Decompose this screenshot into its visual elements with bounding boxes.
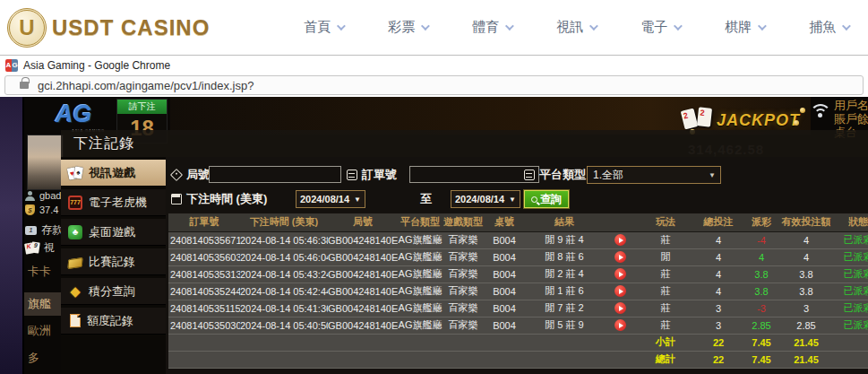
bg-menu-item[interactable]: 歐洲 xyxy=(24,323,62,339)
cell-order: 240814053531399 xyxy=(168,265,240,283)
summary-bet: 22 xyxy=(695,334,742,351)
nav-item-home[interactable]: 首頁 xyxy=(304,19,343,36)
logo-text: USDT CASINO xyxy=(52,15,210,40)
cell-round: GB004248140EQ xyxy=(328,283,398,300)
chevron-down-icon xyxy=(589,22,598,30)
cell-valid: 4 xyxy=(781,248,831,265)
platform-select[interactable]: 1.全部 xyxy=(587,166,721,184)
chevron-down-icon xyxy=(758,22,767,30)
cell-order: 240814053511523 xyxy=(168,300,240,317)
nav-item-sports[interactable]: 體育 xyxy=(472,19,511,36)
bet-table: 訂單號 下注時間 (美東) 局號 平台類型 遊戲類型 桌號 結果 玩法 總 xyxy=(168,213,868,369)
nav-item-live[interactable]: 視訊 xyxy=(556,19,596,36)
round-input[interactable] xyxy=(209,166,341,183)
sidebar-item-points-query[interactable]: ◆ 積分查詢 xyxy=(61,278,166,305)
sidebar-item-table-games[interactable]: ♣ 桌面遊戲 xyxy=(61,219,166,246)
cell-play xyxy=(604,265,636,283)
tag-icon xyxy=(170,169,183,181)
cell-game: 百家樂 xyxy=(443,317,484,334)
play-video-button[interactable] xyxy=(614,319,626,331)
dropdown-arrow-icon: ▼ xyxy=(354,196,361,204)
video-row[interactable]: 視 xyxy=(25,240,55,256)
cell-order: 240814053524468 xyxy=(168,283,240,300)
order-input[interactable] xyxy=(409,166,539,183)
cell-result: 閒 9 莊 4 xyxy=(525,231,604,248)
play-video-button[interactable] xyxy=(614,268,626,280)
sidebar-item-slot-machines[interactable]: 777 電子老虎機 xyxy=(61,189,166,216)
header-payout: 派彩 xyxy=(742,213,781,231)
site-logo[interactable]: U USDT CASINO xyxy=(7,8,210,48)
header-table-no: 桌號 xyxy=(484,213,525,231)
modal-title: 下注記錄 xyxy=(61,130,868,157)
sidebar-item-match-records[interactable]: 比賽記錄 xyxy=(61,248,166,275)
cell-payout: 3.8 xyxy=(742,283,781,300)
table-row: 240814053531399 2024-08-14 05:43:24 GB00… xyxy=(168,265,868,283)
cell-payout: 4 xyxy=(742,248,781,265)
sidebar-item-live-games[interactable]: 視訊遊戲 xyxy=(61,160,166,187)
nav-item-lottery[interactable]: 彩票 xyxy=(388,19,427,36)
cell-time: 2024-08-14 05:46:04 xyxy=(240,248,328,265)
cell-game: 百家樂 xyxy=(443,231,484,248)
summary-row: 總計 22 7.45 21.45 xyxy=(168,351,868,368)
date-to-button[interactable]: 2024/08/14▼ xyxy=(451,190,520,208)
summary-label: 小計 xyxy=(636,334,695,351)
url-text: gci.2hhapi.com/agingame/pcv1/index.jsp? xyxy=(38,79,254,92)
modal-content: 局號 訂單號 平台類型 1.全部 xyxy=(166,157,868,374)
summary-valid: 21.45 xyxy=(781,334,831,351)
clipboard-icon xyxy=(347,170,357,180)
slot-machine-icon: 777 xyxy=(68,196,82,210)
nav-item-cards[interactable]: 棋牌 xyxy=(725,19,764,36)
ag-logo: AG ASIA GAMING xyxy=(56,100,118,133)
play-video-button[interactable] xyxy=(614,285,626,297)
cell-time: 2024-08-14 05:40:50 xyxy=(240,317,328,334)
cell-bet: 4 xyxy=(695,248,742,265)
nav-item-fishing[interactable]: 捕魚 xyxy=(809,19,848,36)
summary-payout: 7.45 xyxy=(742,334,781,351)
ag-favicon-icon: AG xyxy=(5,59,18,72)
cell-result: 閒 1 莊 6 xyxy=(525,283,604,300)
table-games-icon: ♣ xyxy=(68,225,82,239)
cell-result: 閒 7 莊 2 xyxy=(525,300,604,317)
cell-play xyxy=(604,300,636,317)
coin-icon xyxy=(800,108,805,113)
deposit-row[interactable]: 1 存款 xyxy=(25,222,63,238)
chevron-down-icon xyxy=(842,22,851,30)
modal-sidebar: 視訊遊戲 777 電子老虎機 ♣ 桌面遊戲 比賽記錄 xyxy=(61,157,166,374)
cell-payout: 2.85 xyxy=(742,317,781,334)
cell-bet: 4 xyxy=(695,265,742,283)
screen: U USDT CASINO 首頁 彩票 體育 視訊 電子 棋牌 捕魚 AG As… xyxy=(0,0,868,374)
deposit-label: 存款 xyxy=(41,222,63,238)
header-status: 狀態 xyxy=(831,213,868,231)
bg-menu-item[interactable]: 卡卡 xyxy=(24,264,62,280)
cell-time: 2024-08-14 05:43:24 xyxy=(240,265,328,283)
summary-bet: 22 xyxy=(695,351,742,368)
cell-order: 240814053503038 xyxy=(168,317,240,334)
cell-round: GB004248140EW xyxy=(328,231,398,248)
search-button[interactable]: 查詢 xyxy=(524,190,569,208)
play-video-button[interactable] xyxy=(614,302,626,314)
sidebar-item-quota-records[interactable]: 額度記錄 xyxy=(61,308,166,335)
header-time: 下注時間 (美東) xyxy=(240,213,328,231)
bg-menu-item[interactable]: 多 xyxy=(24,350,62,366)
table-row: 240814053524468 2024-08-14 05:42:44 GB00… xyxy=(168,283,868,300)
table-row: 240814053503038 2024-08-14 05:40:50 GB00… xyxy=(168,317,868,334)
cell-bet: 4 xyxy=(695,283,742,300)
table-row: 240814053511523 2024-08-14 05:41:36 GB00… xyxy=(168,300,868,317)
platform-filter-label: 平台類型 xyxy=(524,167,586,183)
cell-time: 2024-08-14 05:42:44 xyxy=(240,283,328,300)
cash-icon: 1 xyxy=(25,226,37,235)
user-row: gbad xyxy=(25,190,61,201)
address-box[interactable]: gci.2hhapi.com/agingame/pcv1/index.jsp? xyxy=(4,75,864,95)
nav-item-slots[interactable]: 電子 xyxy=(640,19,680,36)
cell-play xyxy=(604,248,636,265)
cell-platform: AG旗艦廳 xyxy=(398,300,443,317)
chevron-down-icon xyxy=(505,22,514,30)
balance-row: $ 37.4 xyxy=(25,204,58,215)
play-video-button[interactable] xyxy=(614,251,626,263)
bg-menu-item-active[interactable]: 旗艦 xyxy=(24,292,61,316)
user-icon xyxy=(25,191,35,201)
play-video-button[interactable] xyxy=(614,234,626,246)
cell-method: 莊 xyxy=(636,300,695,317)
date-from-button[interactable]: 2024/08/14▼ xyxy=(296,190,365,208)
cell-bet: 3 xyxy=(695,317,742,334)
